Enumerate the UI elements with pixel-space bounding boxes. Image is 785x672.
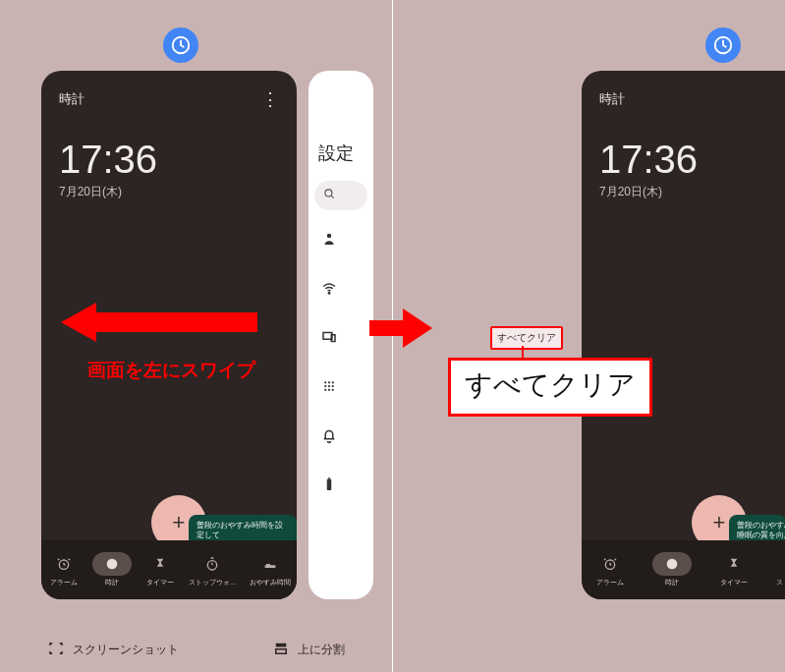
transition-arrow-icon — [369, 299, 428, 358]
bell-icon — [320, 426, 338, 448]
clock-app-title: 時計 — [599, 90, 625, 108]
nav-clock-label: 時計 — [105, 578, 119, 588]
svg-rect-8 — [331, 335, 335, 342]
nav-alarm-label: アラーム — [50, 578, 78, 588]
settings-row-apps[interactable] — [308, 364, 373, 413]
svg-point-12 — [324, 385, 326, 387]
settings-row-devices[interactable] — [308, 314, 373, 364]
clock-bottom-nav: アラーム 時計 タイマー ストップウォ… — [582, 540, 785, 599]
nav-alarm[interactable]: アラーム — [594, 552, 626, 588]
svg-point-24 — [667, 559, 678, 570]
nav-alarm[interactable]: アラーム — [48, 552, 80, 588]
more-menu-icon[interactable]: ⋮ — [261, 90, 279, 108]
plus-icon: + — [713, 510, 726, 535]
svg-point-16 — [328, 389, 330, 391]
nav-alarm-label: アラーム — [596, 578, 624, 588]
svg-rect-19 — [328, 477, 330, 479]
svg-point-14 — [332, 385, 334, 387]
tip-line-1: 普段のおやすみ時間 — [737, 521, 778, 531]
nav-timer-label: タイマー — [146, 578, 174, 588]
nav-stopwatch[interactable]: ストップウォ… — [776, 552, 785, 588]
hourglass-icon — [724, 554, 744, 574]
nav-bedtime-label: おやすみ時間 — [250, 578, 291, 588]
clock-app-icon — [705, 28, 741, 63]
screenshot-button[interactable]: スクリーンショット — [47, 640, 179, 660]
svg-point-17 — [332, 389, 334, 391]
settings-row-notifications[interactable] — [308, 413, 373, 462]
svg-point-11 — [332, 381, 334, 383]
bed-icon — [260, 554, 280, 574]
clock-date: 7月20日(木) — [41, 184, 297, 200]
alarm-icon — [600, 554, 620, 574]
hourglass-icon — [150, 554, 170, 574]
clock-icon — [662, 554, 682, 574]
nav-timer-label: タイマー — [720, 578, 748, 588]
split-icon — [272, 640, 290, 660]
nav-stopwatch[interactable]: ストップウォ… — [189, 552, 237, 588]
clock-app-title: 時計 — [59, 90, 84, 108]
battery-icon — [320, 476, 338, 497]
nav-clock[interactable]: 時計 — [92, 552, 132, 588]
plus-icon: + — [173, 510, 186, 535]
clock-app-icon — [163, 28, 198, 63]
svg-point-13 — [328, 385, 330, 387]
settings-row-battery[interactable] — [308, 462, 373, 511]
screenshot-label: スクリーンショット — [73, 642, 179, 658]
tip-line-1: 普段のおやすみ時間を設定して — [196, 521, 289, 541]
settings-row-account[interactable] — [308, 216, 373, 265]
devices-icon — [320, 328, 338, 350]
screenshot-icon — [47, 640, 65, 660]
clock-time: 17:36 — [41, 108, 297, 184]
clock-time: 17:36 — [582, 108, 785, 184]
svg-point-3 — [207, 561, 216, 570]
recents-footer: スクリーンショット 上に分割 — [0, 640, 392, 660]
swipe-left-arrow — [61, 303, 257, 342]
nav-clock[interactable]: 時計 — [652, 552, 692, 588]
settings-row-wifi[interactable] — [308, 265, 373, 314]
search-icon — [322, 187, 336, 204]
clear-all-pill-small[interactable]: すべてクリア — [490, 326, 563, 350]
alarm-icon — [54, 554, 74, 574]
person-icon — [320, 230, 338, 252]
svg-point-9 — [324, 381, 326, 383]
split-top-button[interactable]: 上に分割 — [272, 640, 345, 660]
settings-search[interactable] — [314, 181, 367, 210]
clock-bottom-nav: アラーム 時計 タイマー ストップウォ… おやすみ時間 — [41, 540, 297, 599]
nav-clock-label: 時計 — [665, 578, 679, 588]
svg-point-10 — [328, 381, 330, 383]
clock-date: 7月20日(木) — [582, 184, 785, 200]
settings-app-card[interactable]: 設定 — [308, 71, 373, 599]
stopwatch-icon — [202, 554, 222, 574]
split-top-label: 上に分割 — [298, 642, 345, 658]
svg-point-15 — [324, 389, 326, 391]
nav-stopwatch-label: ストップウォ… — [189, 578, 237, 588]
nav-stopwatch-label: ストップウォ… — [776, 578, 785, 588]
settings-title: 設定 — [308, 120, 373, 177]
clock-icon — [102, 554, 122, 574]
left-panel: 時計 ⋮ 17:36 7月20日(木) + 普段のおやすみ時間を設定して 睡眠の… — [0, 0, 392, 672]
svg-point-2 — [106, 559, 117, 570]
wifi-icon — [320, 279, 338, 301]
swipe-caption: 画面を左にスワイプ — [63, 358, 279, 383]
svg-point-6 — [328, 293, 330, 295]
nav-timer[interactable]: タイマー — [718, 552, 750, 588]
right-panel: 時計 17:36 7月20日(木) + 普段のおやすみ時間 睡眠の質を向上させ … — [393, 0, 785, 672]
nav-bedtime[interactable]: おやすみ時間 — [250, 552, 291, 588]
svg-point-5 — [327, 234, 332, 239]
svg-point-4 — [325, 190, 332, 196]
clear-all-callout: すべてクリア — [448, 358, 652, 417]
svg-rect-18 — [327, 479, 332, 490]
svg-rect-21 — [276, 649, 287, 654]
svg-rect-20 — [276, 644, 287, 647]
clock-app-card[interactable]: 時計 17:36 7月20日(木) + 普段のおやすみ時間 睡眠の質を向上させ … — [582, 71, 785, 599]
nav-timer[interactable]: タイマー — [144, 552, 176, 588]
apps-icon — [320, 377, 338, 399]
